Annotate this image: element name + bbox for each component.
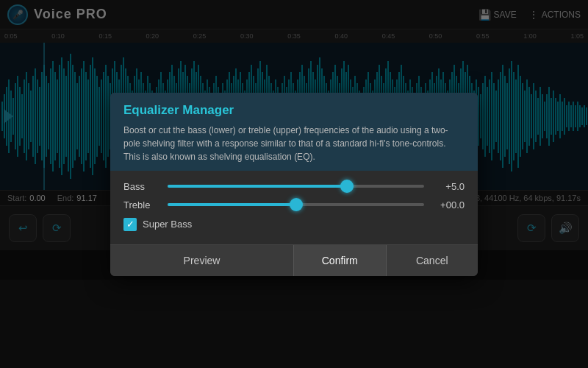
eq-description: Boost or cut the bass (lower) or treble …: [123, 124, 465, 163]
treble-value: +00.0: [431, 199, 465, 210]
treble-thumb[interactable]: [290, 198, 303, 211]
bass-slider-row: Bass +5.0: [123, 181, 465, 192]
eq-title: Equalizer Manager: [123, 103, 465, 118]
super-bass-checkbox[interactable]: ✓: [123, 218, 137, 231]
eq-header: Equalizer Manager Boost or cut the bass …: [110, 93, 478, 171]
cancel-button[interactable]: Cancel: [387, 245, 478, 276]
treble-slider[interactable]: [168, 203, 424, 206]
treble-slider-row: Treble +00.0: [123, 199, 465, 210]
bass-value: +5.0: [431, 181, 465, 192]
bass-thumb[interactable]: [340, 180, 354, 193]
treble-fill: [168, 203, 296, 206]
treble-label: Treble: [123, 199, 160, 210]
modal-overlay: Equalizer Manager Boost or cut the bass …: [0, 0, 588, 368]
confirm-button[interactable]: Confirm: [294, 245, 387, 276]
eq-footer: Preview Confirm Cancel: [110, 244, 478, 276]
eq-dialog: Equalizer Manager Boost or cut the bass …: [110, 93, 478, 276]
eq-body: Bass +5.0 Treble +00.0 ✓ Super Bass: [110, 171, 478, 244]
bass-label: Bass: [123, 181, 160, 192]
bass-fill: [168, 185, 347, 188]
bass-slider[interactable]: [168, 185, 424, 188]
super-bass-label: Super Bass: [143, 219, 192, 230]
super-bass-row: ✓ Super Bass: [123, 218, 465, 231]
preview-button[interactable]: Preview: [110, 245, 294, 276]
